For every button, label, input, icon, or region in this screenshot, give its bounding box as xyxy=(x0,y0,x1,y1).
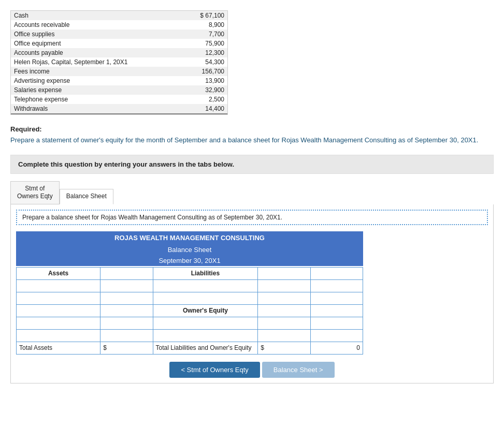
required-section: Required: Prepare a statement of owner's… xyxy=(10,125,494,145)
tabs-row: Stmt of Owners Eqty Balance Sheet xyxy=(10,181,494,204)
tab-content: Prepare a balance sheet for Rojas Wealth… xyxy=(10,204,494,383)
balance-sheet-wrapper: ROJAS WEALTH MANAGEMENT CONSULTING Balan… xyxy=(16,231,363,355)
liability-row1-amount1[interactable] xyxy=(258,279,310,292)
liability-row2-label[interactable] xyxy=(153,292,258,304)
trial-row-label: Office equipment xyxy=(11,39,183,48)
asset-row3-amount[interactable] xyxy=(100,304,153,317)
trial-row-label: Fees income xyxy=(11,67,183,76)
equity-data-row1-amount1[interactable] xyxy=(258,317,310,329)
table-row xyxy=(17,292,363,304)
equity-row-amount1[interactable] xyxy=(258,304,310,317)
assets-header: Assets xyxy=(17,267,100,279)
trial-row-amount: $ 67,100 xyxy=(183,11,227,20)
asset-row1-amount[interactable] xyxy=(100,279,153,292)
asset-row1-label[interactable] xyxy=(17,279,100,292)
equity-data-row2-amount1[interactable] xyxy=(258,329,310,342)
liability-row2-amount2[interactable] xyxy=(310,292,363,304)
trial-row-amount: 12,300 xyxy=(183,48,227,57)
trial-row-amount: 156,700 xyxy=(183,67,227,76)
equity-data-row2-amount2[interactable] xyxy=(310,329,363,342)
liabilities-amount-col1 xyxy=(258,267,310,279)
trial-row-label: Helen Rojas, Capital, September 1, 20X1 xyxy=(11,57,183,67)
required-label: Required: xyxy=(10,125,494,133)
asset-row4-label[interactable] xyxy=(17,317,100,329)
equity-data-row2-label[interactable] xyxy=(153,329,258,342)
owners-equity-label: Owner's Equity xyxy=(153,304,258,317)
trial-row-amount: 2,500 xyxy=(183,95,227,104)
trial-row-amount: 8,900 xyxy=(183,20,227,29)
total-liabilities-dollar: $ xyxy=(258,342,310,354)
totals-row: Total Assets $ Total Liabilities and Own… xyxy=(17,342,363,354)
asset-row5-label[interactable] xyxy=(17,329,100,342)
instructions-bar: Complete this question by entering your … xyxy=(10,155,494,174)
trial-row-amount: 7,700 xyxy=(183,29,227,39)
tab-stmt-owners-eqty[interactable]: Stmt of Owners Eqty xyxy=(10,181,60,204)
trial-row-label: Accounts payable xyxy=(11,48,183,57)
asset-row4-amount[interactable] xyxy=(100,317,153,329)
equity-row-amount2[interactable] xyxy=(310,304,363,317)
prev-button[interactable]: < Stmt of Owners Eqty xyxy=(169,362,260,378)
balance-sheet-date: September 30, 20X1 xyxy=(16,255,363,266)
next-button[interactable]: Balance Sheet > xyxy=(262,362,335,378)
company-name: ROJAS WEALTH MANAGEMENT CONSULTING xyxy=(16,231,363,244)
trial-row-label: Advertising expense xyxy=(11,76,183,85)
asset-row2-amount[interactable] xyxy=(100,292,153,304)
asset-row2-label[interactable] xyxy=(17,292,100,304)
balance-sheet-table: Assets Liabilities xyxy=(16,267,363,355)
required-text: Prepare a statement of owner's equity fo… xyxy=(10,135,494,145)
trial-row-label: Telephone expense xyxy=(11,95,183,104)
liability-row1-label[interactable] xyxy=(153,279,258,292)
trial-balance-table: Cash$ 67,100Accounts receivable8,900Offi… xyxy=(10,10,228,115)
total-assets-label: Total Assets xyxy=(17,342,100,354)
balance-sheet-title: Balance Sheet xyxy=(16,244,363,255)
equity-data-row1-amount2[interactable] xyxy=(310,317,363,329)
total-assets-dollar: $ xyxy=(100,342,153,354)
trial-row-amount: 14,400 xyxy=(183,104,227,114)
liability-row2-amount1[interactable] xyxy=(258,292,310,304)
trial-row-label: Cash xyxy=(11,11,183,20)
trial-row-label: Accounts receivable xyxy=(11,20,183,29)
total-liabilities-value: 0 xyxy=(310,342,363,354)
table-row xyxy=(17,317,363,329)
trial-row-label: Office supplies xyxy=(11,29,183,39)
dotted-instruction: Prepare a balance sheet for Rojas Wealth… xyxy=(16,210,488,225)
total-liabilities-label: Total Liabilities and Owner's Equity xyxy=(153,342,258,354)
assets-amount-header xyxy=(100,267,153,279)
trial-row-label: Salaries expense xyxy=(11,85,183,95)
trial-row-amount: 13,900 xyxy=(183,76,227,85)
trial-row-label: Withdrawals xyxy=(11,104,183,114)
equity-data-row1-label[interactable] xyxy=(153,317,258,329)
tab-balance-sheet[interactable]: Balance Sheet xyxy=(60,189,113,204)
column-headers-row: Assets Liabilities xyxy=(17,267,363,279)
liabilities-header: Liabilities xyxy=(153,267,258,279)
asset-row3-label[interactable] xyxy=(17,304,100,317)
table-row xyxy=(17,279,363,292)
nav-buttons: < Stmt of Owners Eqty Balance Sheet > xyxy=(16,362,488,378)
owners-equity-header-row: Owner's Equity xyxy=(17,304,363,317)
asset-row5-amount[interactable] xyxy=(100,329,153,342)
table-row xyxy=(17,329,363,342)
trial-row-amount: 54,300 xyxy=(183,57,227,67)
trial-row-amount: 32,900 xyxy=(183,85,227,95)
trial-row-amount: 75,900 xyxy=(183,39,227,48)
liability-row1-amount2[interactable] xyxy=(310,279,363,292)
liabilities-amount-col2 xyxy=(310,267,363,279)
